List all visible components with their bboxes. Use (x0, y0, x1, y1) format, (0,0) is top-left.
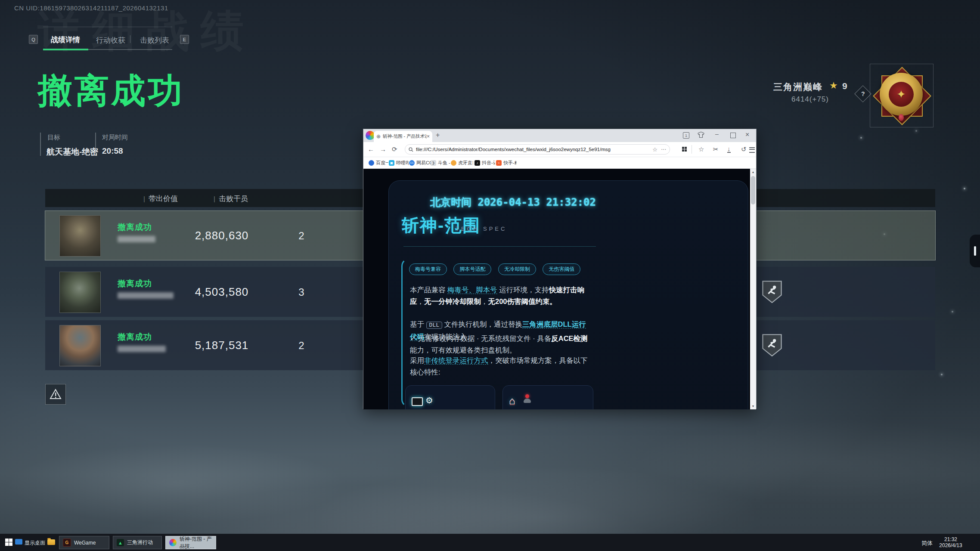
bookmark-douyin[interactable]: ♪ 抖音-记录… (474, 159, 495, 167)
product-subtitle: TECH SPEC (456, 226, 507, 232)
rank-shield-icon (761, 333, 783, 357)
edge-handle[interactable] (970, 235, 980, 267)
status-badge: 撤离成功 (118, 278, 152, 289)
status-badge: 撤离成功 (118, 222, 152, 233)
edge-handle-bar (974, 246, 976, 256)
tab-count-box[interactable]: 1 (683, 132, 689, 139)
rank-points: 6414(+75) (791, 95, 829, 104)
window-close-button[interactable]: × (745, 131, 749, 139)
new-tab-button[interactable]: + (436, 131, 440, 139)
forward-icon[interactable]: → (380, 145, 386, 153)
hotkey-e-keycap: E (180, 35, 189, 44)
browser-tab-title: 斩神-范围 - 产品技术说明 (383, 133, 427, 139)
paragraph-ace: ✓ 无需修改内存数据 · 无系统残留文件 · 具备反ACE检测能力，可有效规避各… (410, 333, 591, 356)
bookmark-cc[interactable]: CC 网易CC直播 (409, 159, 431, 167)
toolbar-divider (692, 145, 692, 154)
tab-defeat-list[interactable]: 击败列表 (140, 35, 169, 45)
bilibili-icon: ▣ (389, 160, 394, 166)
objective-value: 航天基地-绝密 (47, 146, 98, 158)
scissors-icon[interactable]: ✂ (713, 145, 719, 153)
gear-icon: ⚙ (425, 395, 433, 406)
scrollbar[interactable]: ▲ ▼ (750, 169, 756, 409)
feature-pills: 梅毒号兼容 脚本号适配 无冷却限制 无伤害阈值 (409, 263, 585, 275)
tray-time: 21:32 (934, 536, 967, 542)
warning-button[interactable] (45, 384, 66, 405)
file-explorer-icon[interactable] (47, 539, 55, 545)
browser-icon (169, 539, 177, 546)
bookmark-star-icon[interactable]: ☆ (652, 146, 657, 153)
douyu-fish-icon: ❯ (431, 160, 436, 166)
show-desktop-icon[interactable] (15, 539, 22, 545)
pill-badge: 脚本号适配 (453, 263, 491, 275)
clock[interactable]: 21:32 2026/4/13 (934, 536, 967, 548)
header-tick: | (143, 195, 145, 202)
monitor-icon (412, 397, 423, 406)
douyin-icon: ♪ (474, 160, 480, 166)
active-tab-underline (43, 49, 88, 50)
back-icon[interactable]: ← (368, 145, 374, 153)
bookmark-kuaishou[interactable]: ⌁ 快手-精彩… (496, 159, 517, 167)
taskbar-button-browser[interactable]: 斩神-范围 - 产品技... (165, 536, 216, 549)
taskbar-button-delta-force[interactable]: ▲ 三角洲行动 (113, 536, 162, 549)
browser-tab[interactable]: ⊕ 斩神-范围 - 产品技术说明 × (374, 131, 432, 142)
bookmark-bilibili[interactable]: ▣ 哔哩哔哩 (389, 159, 409, 167)
avatar (59, 325, 101, 366)
apps-grid-icon[interactable] (682, 147, 687, 152)
tab-topline (43, 27, 172, 27)
medal-frame[interactable]: ✦ (870, 64, 933, 127)
minimize-button[interactable]: – (715, 130, 719, 137)
maximize-button[interactable] (730, 133, 736, 138)
rank-title: 三角洲巅峰 (773, 81, 823, 93)
refresh-icon[interactable]: ⟳ (392, 145, 397, 153)
bookmark-huya[interactable]: 虎牙直播-… (451, 159, 473, 167)
eagle-emblem-icon: ✦ (896, 88, 906, 101)
bookmark-douyu[interactable]: ❯ 斗鱼 - 每… (431, 159, 450, 167)
question-mark-icon: ? (861, 90, 865, 97)
bookmarks-bar: 百度一下 ▣ 哔哩哔哩 CC 网易CC直播 ❯ 斗鱼 - 每… 虎牙直播-… ♪… (363, 157, 756, 169)
scroll-up-icon[interactable]: ▲ (750, 169, 756, 175)
player-name-blurred (118, 236, 155, 242)
sparkle (952, 311, 953, 313)
tray-date: 2026/4/13 (934, 542, 967, 548)
value-cell: 5,187,531 (181, 339, 263, 352)
tab-divider (130, 35, 130, 43)
url-more-icon[interactable]: ⋯ (661, 146, 666, 152)
browser-window[interactable]: ⊕ 斩神-范围 - 产品技术说明 × + 1 – × ← → ⟳ file://… (363, 129, 757, 409)
rank-level: 9 (842, 81, 847, 91)
scroll-down-icon[interactable]: ▼ (750, 403, 756, 409)
pill-badge: 无冷却限制 (498, 263, 536, 275)
baidu-icon (369, 160, 374, 166)
browser-logo-icon[interactable] (366, 131, 375, 140)
undo-icon[interactable]: ↺ (741, 145, 747, 153)
start-button[interactable] (5, 539, 12, 546)
theme-shirt-icon[interactable] (698, 132, 704, 138)
uid-text: CN UID:186159738026314211187_20260413213… (14, 4, 168, 12)
menu-icon[interactable] (749, 147, 755, 153)
status-badge: 撤离成功 (118, 331, 152, 343)
beijing-time: 北京时间 2026-04-13 21:32:02 (406, 195, 596, 209)
kuaishou-icon: ⌁ (496, 160, 502, 166)
player-name-blurred (118, 346, 166, 352)
download-icon[interactable]: ↓ (727, 145, 731, 153)
medal-center: ✦ (889, 82, 914, 107)
objective-label: 目标 (47, 133, 60, 142)
tab-close-icon[interactable]: × (427, 133, 430, 139)
column-header-value: 带出价值 (149, 195, 178, 203)
tab-battle-details[interactable]: 战绩详情 (51, 35, 80, 45)
favorites-icon[interactable]: ☆ (698, 145, 704, 153)
taskbar-button-wegame[interactable]: G WeGame (59, 536, 109, 549)
ime-indicator[interactable]: 简体 (921, 539, 933, 547)
person-icon (524, 394, 531, 403)
rank-shield-icon (761, 280, 783, 304)
bookmark-baidu[interactable]: 百度一下 (369, 159, 388, 167)
page-title: 撤离成功 (38, 68, 184, 115)
search-icon (409, 147, 413, 152)
value-cell: 4,503,580 (181, 285, 263, 299)
scrollbar-thumb[interactable] (751, 176, 755, 204)
browser-tabstrip: ⊕ 斩神-范围 - 产品技术说明 × + 1 – × (363, 129, 756, 142)
delta-force-icon: ▲ (117, 539, 124, 546)
browser-toolbar: ← → ⟳ file:///C:/Users/Administrator/Doc… (363, 142, 756, 157)
show-desktop-label[interactable]: 显示桌面 (25, 539, 45, 547)
url-bar[interactable]: file:///C:/Users/Administrator/Documents… (405, 144, 670, 155)
tab-action-gains[interactable]: 行动收获 (96, 35, 125, 45)
